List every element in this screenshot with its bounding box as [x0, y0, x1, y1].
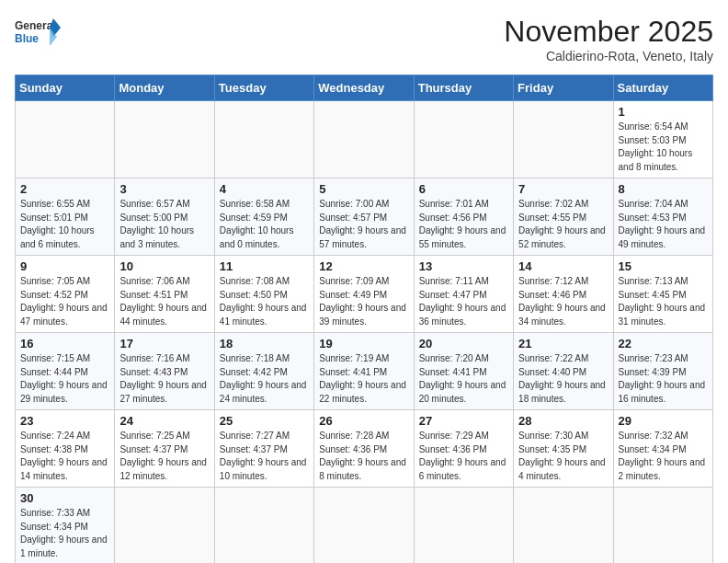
day-info: Sunrise: 7:18 AM Sunset: 4:42 PM Dayligh… [220, 352, 309, 406]
day-info: Sunrise: 6:58 AM Sunset: 4:59 PM Dayligh… [220, 198, 309, 251]
calendar-cell: 23Sunrise: 7:24 AM Sunset: 4:38 PM Dayli… [16, 410, 115, 488]
calendar-cell: 1Sunrise: 6:54 AM Sunset: 5:03 PM Daylig… [613, 101, 712, 178]
calendar-cell: 22Sunrise: 7:23 AM Sunset: 4:39 PM Dayli… [613, 333, 712, 410]
day-info: Sunrise: 7:23 AM Sunset: 4:39 PM Dayligh… [619, 352, 708, 406]
calendar-cell: 28Sunrise: 7:30 AM Sunset: 4:35 PM Dayli… [514, 410, 613, 488]
day-number: 26 [319, 414, 408, 428]
calendar-cell [214, 101, 313, 178]
day-info: Sunrise: 7:04 AM Sunset: 4:53 PM Dayligh… [619, 198, 708, 251]
day-info: Sunrise: 7:20 AM Sunset: 4:41 PM Dayligh… [419, 352, 508, 406]
day-info: Sunrise: 7:22 AM Sunset: 4:40 PM Dayligh… [518, 352, 608, 406]
weekday-header: Sunday [16, 75, 115, 101]
calendar-cell: 27Sunrise: 7:29 AM Sunset: 4:36 PM Dayli… [414, 410, 513, 488]
day-info: Sunrise: 6:55 AM Sunset: 5:01 PM Dayligh… [20, 198, 109, 251]
calendar-cell: 19Sunrise: 7:19 AM Sunset: 4:41 PM Dayli… [314, 333, 414, 410]
day-number: 28 [518, 414, 608, 428]
day-info: Sunrise: 7:16 AM Sunset: 4:43 PM Dayligh… [119, 352, 209, 406]
calendar-cell: 9Sunrise: 7:05 AM Sunset: 4:52 PM Daylig… [16, 256, 115, 333]
logo-svg: General Blue [15, 15, 61, 55]
day-number: 3 [119, 182, 209, 196]
calendar-cell [514, 101, 613, 178]
calendar-week-row: 16Sunrise: 7:15 AM Sunset: 4:44 PM Dayli… [16, 333, 713, 410]
calendar-cell [514, 488, 613, 564]
day-info: Sunrise: 6:54 AM Sunset: 5:03 PM Dayligh… [619, 121, 708, 174]
day-number: 13 [419, 259, 508, 273]
calendar-cell: 15Sunrise: 7:13 AM Sunset: 4:45 PM Dayli… [613, 256, 712, 333]
day-number: 23 [20, 414, 109, 428]
day-number: 10 [119, 259, 209, 273]
day-info: Sunrise: 7:05 AM Sunset: 4:52 PM Dayligh… [20, 275, 109, 328]
day-number: 2 [20, 182, 109, 196]
calendar-cell: 13Sunrise: 7:11 AM Sunset: 4:47 PM Dayli… [414, 256, 513, 333]
day-info: Sunrise: 7:08 AM Sunset: 4:50 PM Dayligh… [220, 275, 309, 328]
calendar-cell: 7Sunrise: 7:02 AM Sunset: 4:55 PM Daylig… [514, 178, 613, 256]
day-info: Sunrise: 7:12 AM Sunset: 4:46 PM Dayligh… [518, 275, 608, 328]
calendar-cell: 5Sunrise: 7:00 AM Sunset: 4:57 PM Daylig… [314, 178, 414, 256]
day-number: 9 [20, 259, 109, 273]
calendar-cell [314, 488, 414, 564]
day-info: Sunrise: 7:09 AM Sunset: 4:49 PM Dayligh… [319, 275, 408, 328]
day-number: 24 [119, 414, 209, 428]
calendar-cell: 6Sunrise: 7:01 AM Sunset: 4:56 PM Daylig… [414, 178, 513, 256]
month-year-title: November 2025 [504, 15, 713, 49]
calendar-cell: 8Sunrise: 7:04 AM Sunset: 4:53 PM Daylig… [613, 178, 712, 256]
day-info: Sunrise: 7:30 AM Sunset: 4:35 PM Dayligh… [518, 430, 608, 483]
calendar-cell [613, 488, 712, 564]
calendar-cell: 11Sunrise: 7:08 AM Sunset: 4:50 PM Dayli… [214, 256, 313, 333]
day-info: Sunrise: 7:15 AM Sunset: 4:44 PM Dayligh… [20, 352, 109, 406]
day-info: Sunrise: 6:57 AM Sunset: 5:00 PM Dayligh… [119, 198, 209, 251]
day-number: 17 [119, 337, 209, 350]
svg-text:General: General [15, 19, 56, 32]
day-info: Sunrise: 7:00 AM Sunset: 4:57 PM Dayligh… [319, 198, 408, 251]
day-info: Sunrise: 7:27 AM Sunset: 4:37 PM Dayligh… [220, 430, 309, 483]
calendar-cell: 24Sunrise: 7:25 AM Sunset: 4:37 PM Dayli… [115, 410, 214, 488]
calendar-cell [16, 101, 115, 178]
calendar-cell: 20Sunrise: 7:20 AM Sunset: 4:41 PM Dayli… [414, 333, 513, 410]
calendar-cell: 30Sunrise: 7:33 AM Sunset: 4:34 PM Dayli… [16, 488, 115, 564]
day-info: Sunrise: 7:32 AM Sunset: 4:34 PM Dayligh… [619, 430, 708, 483]
location-subtitle: Caldierino-Rota, Veneto, Italy [504, 49, 713, 63]
day-info: Sunrise: 7:25 AM Sunset: 4:37 PM Dayligh… [119, 430, 209, 483]
title-area: November 2025 Caldierino-Rota, Veneto, I… [504, 15, 713, 63]
weekday-header: Thursday [414, 75, 513, 101]
calendar-cell: 12Sunrise: 7:09 AM Sunset: 4:49 PM Dayli… [314, 256, 414, 333]
calendar-cell: 3Sunrise: 6:57 AM Sunset: 5:00 PM Daylig… [115, 178, 214, 256]
weekday-header: Monday [115, 75, 214, 101]
day-number: 20 [419, 337, 508, 350]
day-info: Sunrise: 7:19 AM Sunset: 4:41 PM Dayligh… [319, 352, 408, 406]
calendar-week-row: 1Sunrise: 6:54 AM Sunset: 5:03 PM Daylig… [16, 101, 713, 178]
day-info: Sunrise: 7:11 AM Sunset: 4:47 PM Dayligh… [419, 275, 508, 328]
day-info: Sunrise: 7:33 AM Sunset: 4:34 PM Dayligh… [20, 507, 109, 560]
weekday-header: Saturday [613, 75, 712, 101]
day-info: Sunrise: 7:01 AM Sunset: 4:56 PM Dayligh… [419, 198, 508, 251]
day-number: 11 [220, 259, 309, 273]
day-info: Sunrise: 7:24 AM Sunset: 4:38 PM Dayligh… [20, 430, 109, 483]
calendar-week-row: 23Sunrise: 7:24 AM Sunset: 4:38 PM Dayli… [16, 410, 713, 488]
day-info: Sunrise: 7:13 AM Sunset: 4:45 PM Dayligh… [619, 275, 708, 328]
calendar-cell [314, 101, 414, 178]
calendar-cell [115, 488, 214, 564]
day-info: Sunrise: 7:06 AM Sunset: 4:51 PM Dayligh… [119, 275, 209, 328]
day-number: 6 [419, 182, 508, 196]
day-number: 22 [619, 337, 708, 350]
day-number: 7 [518, 182, 608, 196]
calendar-cell: 26Sunrise: 7:28 AM Sunset: 4:36 PM Dayli… [314, 410, 414, 488]
weekday-header: Friday [514, 75, 613, 101]
calendar-week-row: 30Sunrise: 7:33 AM Sunset: 4:34 PM Dayli… [16, 488, 713, 564]
calendar-cell: 14Sunrise: 7:12 AM Sunset: 4:46 PM Dayli… [514, 256, 613, 333]
calendar-week-row: 9Sunrise: 7:05 AM Sunset: 4:52 PM Daylig… [16, 256, 713, 333]
day-number: 21 [518, 337, 608, 350]
calendar-cell: 21Sunrise: 7:22 AM Sunset: 4:40 PM Dayli… [514, 333, 613, 410]
weekday-header-row: SundayMondayTuesdayWednesdayThursdayFrid… [16, 75, 713, 101]
calendar-cell [214, 488, 313, 564]
calendar-table: SundayMondayTuesdayWednesdayThursdayFrid… [15, 75, 713, 563]
calendar-cell: 4Sunrise: 6:58 AM Sunset: 4:59 PM Daylig… [214, 178, 313, 256]
calendar-cell [115, 101, 214, 178]
day-number: 4 [220, 182, 309, 196]
header: General Blue November 2025 Caldierino-Ro… [15, 15, 713, 63]
calendar-cell [414, 101, 513, 178]
day-number: 14 [518, 259, 608, 273]
calendar-cell: 25Sunrise: 7:27 AM Sunset: 4:37 PM Dayli… [214, 410, 313, 488]
day-number: 25 [220, 414, 309, 428]
calendar-cell [414, 488, 513, 564]
